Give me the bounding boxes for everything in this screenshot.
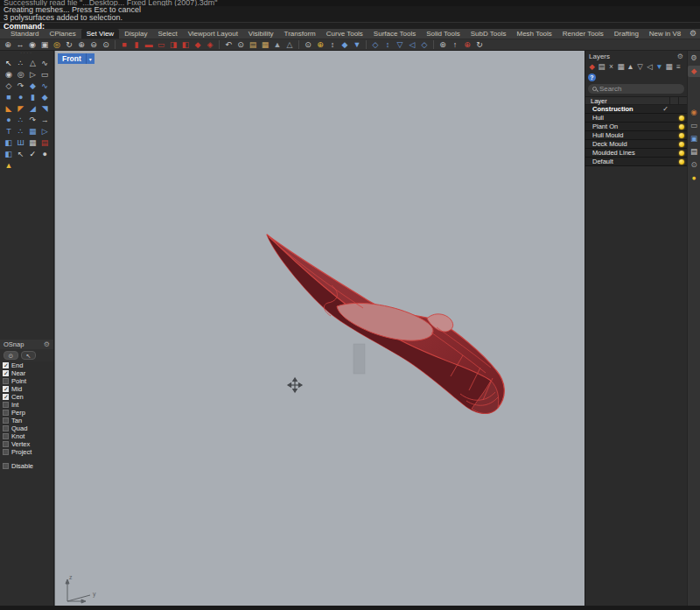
layer-row[interactable]: Construction ✓ [585,105,687,114]
display-tab-icon[interactable]: ◉ [688,107,700,118]
explode-icon[interactable]: ◣ [3,103,15,114]
gear-icon[interactable]: ⚙ [677,53,683,60]
layer-row[interactable]: Plant On [585,123,687,131]
set-view-back-icon[interactable]: ▭ [156,39,166,50]
zoom-in-icon[interactable]: ⊕ [76,39,87,50]
toolbar-tab[interactable]: Render Tools [557,29,609,39]
fly-view-icon[interactable]: ▽ [395,39,405,50]
toolbar-tab[interactable]: Curve Tools [321,29,368,39]
select-icon[interactable]: ↖ [3,58,15,68]
osnap-checkbox[interactable]: Project [0,448,53,456]
toolbar-tab[interactable]: Surface Tools [368,29,421,39]
drone-view-icon[interactable]: ◇ [370,39,381,50]
front-viewport[interactable]: Front ▾ [54,51,584,606]
notes-tab-icon[interactable]: ▤ [688,146,700,158]
layer-name[interactable]: Moulded Lines [592,149,668,157]
hover-view-icon[interactable]: ↕ [382,39,393,50]
osnap-checkbox[interactable]: Int [0,401,53,409]
layer-name[interactable]: Plant On [592,123,668,130]
chevron-down-icon[interactable]: ▾ [86,53,94,64]
layer-row[interactable]: Moulded Lines [585,149,687,158]
loft-icon[interactable]: ∿ [38,81,51,91]
layer-name[interactable]: Hull Mould [592,131,668,139]
osnap-disable-checkbox[interactable]: Disable [0,462,53,470]
zoom-extents-icon[interactable]: ⊙ [101,39,111,50]
walkabout-icon[interactable]: ↑ [450,39,460,50]
toolbar-tab[interactable]: Solid Tools [421,29,466,39]
zoom-out-icon[interactable]: ⊖ [88,39,99,50]
orbit-view-icon[interactable]: ↻ [474,39,485,50]
checkbox-icon[interactable] [3,378,9,384]
rebuild-icon[interactable]: ↷ [27,115,39,125]
block-icon[interactable]: ◧ [3,137,15,148]
split-icon[interactable]: ◢ [27,103,39,114]
layer-name[interactable]: Deck Mould [592,140,668,148]
named-views-icon[interactable]: ▤ [248,39,258,50]
rectangle-icon[interactable]: ▭ [38,69,51,80]
osnap-checkbox[interactable]: Point [0,377,53,385]
shade-view-icon[interactable]: ▲ [272,39,283,50]
rendering-tab-icon[interactable]: ▣ [688,133,700,144]
hatch-icon[interactable]: ▦ [27,137,39,148]
osnap-tab-smarttrack[interactable]: ↖ [21,351,36,360]
toolbar-tab[interactable]: Viewport Layout [183,29,243,39]
search-input[interactable] [599,85,680,93]
toolbar-tab[interactable]: Standard [5,29,44,39]
osnap-checkbox[interactable]: Cen [0,393,53,401]
grid-columns-icon[interactable]: ▦ [665,61,673,72]
viewport-tab-icon[interactable]: ▭ [688,120,700,131]
layer-row[interactable]: Hull [585,114,687,123]
layer-visibility-bulb-icon[interactable] [679,159,684,165]
layer-name[interactable]: Default [592,158,668,165]
layer-name[interactable]: Hull [592,114,668,122]
extrude-icon[interactable]: ◆ [38,92,51,102]
menu-icon[interactable]: ≡ [675,61,682,72]
sweep-icon[interactable]: ▷ [38,126,51,137]
render-preview-icon[interactable]: △ [284,39,295,50]
layer-visibility-bulb-icon[interactable] [679,116,684,121]
divider[interactable] [298,40,299,49]
ellipse-icon[interactable]: ◎ [15,69,27,80]
layer-row[interactable]: Hull Mould [585,131,687,140]
osnap-checkbox[interactable]: Mid [0,385,53,393]
toolbar-tab[interactable]: Transform [279,29,321,39]
point-icon[interactable]: ∴ [15,58,27,68]
zoom-selected-icon[interactable]: ◎ [52,39,62,50]
layer-row[interactable]: Default [585,158,687,166]
toolbar-tab[interactable]: CPlanes [44,29,80,39]
control-points-icon[interactable]: ∴ [15,126,27,137]
curve-icon[interactable]: ∿ [38,58,51,68]
checkbox-icon[interactable] [3,417,9,424]
point-cloud-icon[interactable]: ∴ [15,115,27,125]
checkbox-icon[interactable] [3,410,9,416]
boolean-icon[interactable]: ● [3,115,15,125]
zoom-dynamic-icon[interactable]: ◉ [27,39,38,50]
layer-column-header[interactable]: Layer [585,96,687,105]
pan-view-icon[interactable]: ⊕ [3,39,13,50]
osnap-checkbox[interactable]: Tan [0,417,53,424]
fillet-icon[interactable]: ◥ [38,103,51,114]
array-icon[interactable]: ▦ [27,126,39,137]
rotate-view-icon[interactable]: ↻ [64,39,74,50]
duplicate-layer-icon[interactable]: ▦ [617,61,625,72]
check-icon[interactable]: ✓ [27,149,39,159]
osnap-checkbox[interactable]: End [0,361,53,369]
viewport-layout-icon[interactable]: ▦ [260,39,270,50]
layer-search-box[interactable] [588,84,684,94]
move-down-icon[interactable]: ▽ [636,61,644,72]
toolbar-tab[interactable]: Select [152,29,182,39]
checkbox-icon[interactable] [3,463,9,469]
spider-view-icon[interactable]: ⊛ [438,39,448,50]
polyline-icon[interactable]: △ [27,58,39,68]
toolbar-tab[interactable]: New in V8 [644,29,686,39]
divider[interactable] [366,40,367,49]
layer-visibility-bulb-icon[interactable] [679,151,684,156]
checkbox-icon[interactable] [3,449,9,455]
view-pyramid-icon[interactable]: ▼ [352,39,362,50]
osnap-checkbox[interactable]: Perp [0,409,53,417]
viewport-name[interactable]: Front [58,53,86,64]
move-left-icon[interactable]: ◁ [646,61,654,72]
osnap-tab-snaps[interactable]: ⊙ [4,351,18,360]
warning-icon[interactable]: ▲ [3,160,15,171]
checkbox-icon[interactable] [3,402,9,408]
